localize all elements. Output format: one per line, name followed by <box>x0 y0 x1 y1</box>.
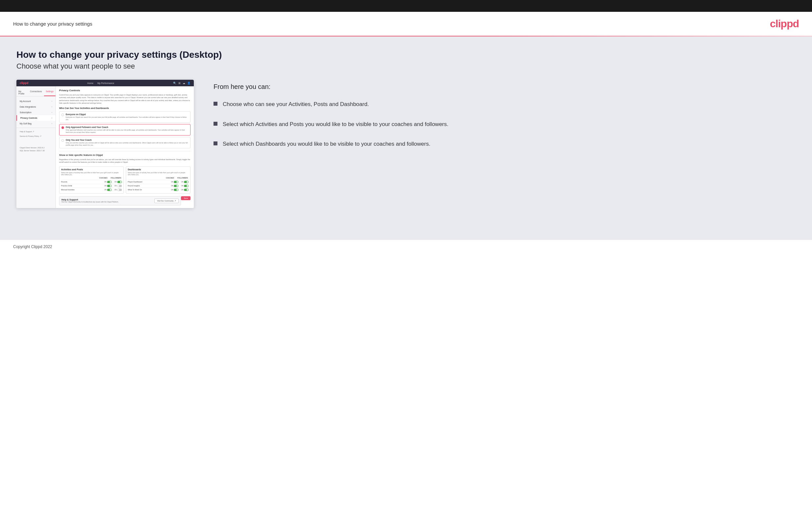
mock-help-section: Help & Support Visit our Clippd communit… <box>59 196 181 206</box>
mock-tab-connections[interactable]: Connections <box>28 89 44 96</box>
mock-help-title: Help & Support <box>61 199 118 201</box>
mock-privacy-description: Control how you and your data appears to… <box>59 94 191 104</box>
mock-radio-circle-coach <box>61 139 64 142</box>
mock-radio-circle-everyone <box>61 114 64 116</box>
mock-radio-followers[interactable]: Only Approved Followers and Your Coach O… <box>59 124 191 135</box>
mock-toggle-section: Activities and Posts Select the types of… <box>59 166 191 193</box>
mock-sidebar-privacy-controls[interactable]: Privacy Controls › <box>16 115 55 121</box>
mock-sidebar-tabs: My Profile Connections Settings <box>16 89 55 97</box>
mock-toggle-workOn-followers[interactable] <box>184 189 189 191</box>
mock-toggle-drills-followers[interactable] <box>117 185 122 187</box>
right-panel: From here you can: Choose who can see yo… <box>207 80 796 160</box>
mock-toggle-playerdash-coaches[interactable] <box>174 181 179 183</box>
mock-main-panel: Privacy Controls Control how you and you… <box>56 86 194 208</box>
page-heading: How to change your privacy settings (Des… <box>16 50 796 60</box>
mock-dashboards-box: Dashboards Select the types of activity … <box>126 166 191 193</box>
screenshot-mockup: clippd Home My Performance 🔍 ⊞ ☁ 👤 My P <box>16 80 194 208</box>
external-link-icon: ↗ <box>174 200 176 202</box>
mock-sidebar-version: Clippd Client Version: 2022.8.2SQL Serve… <box>16 145 55 154</box>
header: How to change your privacy settings clip… <box>0 12 812 36</box>
mock-toggle-playerdash-followers[interactable] <box>184 181 189 183</box>
mock-toggle-row-drills: Practice Drills ON ON <box>61 184 122 188</box>
mock-sidebar-help[interactable]: Help & Support ↗ <box>16 129 55 134</box>
bullet-text-3: Select which Dashboards you would like t… <box>223 140 430 148</box>
mock-nav-performance[interactable]: My Performance <box>97 82 114 84</box>
mock-show-hide-desc: Regardless of the privacy controls that … <box>59 158 191 164</box>
mock-sidebar-privacy-policy[interactable]: Service & Privacy Policy ↗ <box>16 134 55 138</box>
bullet-square-1 <box>213 102 217 106</box>
bullet-text-1: Choose who can see your Activities, Post… <box>223 100 369 109</box>
mock-tab-settings[interactable]: Settings <box>44 89 56 96</box>
mock-sidebar-my-golf-bag[interactable]: My Golf Bag › <box>16 121 55 126</box>
top-bar <box>0 0 812 12</box>
mock-toggle-insights-followers[interactable] <box>184 185 189 187</box>
mock-radio-group: Everyone on Clippd Everyone on Clippd ca… <box>59 111 191 148</box>
logo: clippd <box>770 18 799 30</box>
content-row: clippd Home My Performance 🔍 ⊞ ☁ 👤 My P <box>16 80 796 208</box>
chevron-right-icon: › <box>52 122 52 125</box>
mock-radio-everyone[interactable]: Everyone on Clippd Everyone on Clippd ca… <box>59 111 191 123</box>
mock-toggle-insights-coaches[interactable] <box>174 185 179 187</box>
bullet-list: Choose who can see your Activities, Post… <box>213 100 796 148</box>
mock-nav-links: Home My Performance <box>87 82 114 84</box>
from-here-title: From here you can: <box>213 83 796 91</box>
mock-search-icon[interactable]: 🔍 <box>173 82 176 84</box>
mock-sidebar-subscription[interactable]: Subscription › <box>16 110 55 115</box>
mock-radio-circle-followers <box>61 126 64 129</box>
mock-save-button[interactable]: Save <box>181 196 191 200</box>
mock-toggle-row-what-to-work: What To Work On ON ON <box>128 188 189 192</box>
mock-radio-coach-only[interactable]: Only You and Your Coach Only you and the… <box>59 137 191 148</box>
chevron-right-icon: › <box>52 100 52 102</box>
mock-nav-home[interactable]: Home <box>87 82 94 84</box>
mock-toggle-workOn-coaches[interactable] <box>174 189 179 191</box>
page-subheading: Choose what you want people to see <box>16 62 796 70</box>
mock-toggle-row-player-dash: Player Dashboard ON ON <box>128 180 189 184</box>
footer: Copyright Clippd 2022 <box>0 240 812 253</box>
mock-help-desc: Visit our Clippd community to troublesho… <box>61 201 118 203</box>
mock-grid-icon[interactable]: ⊞ <box>179 82 181 84</box>
mock-body: My Profile Connections Settings My Accou… <box>16 86 194 208</box>
mock-sidebar-data-integrations[interactable]: Data Integrations › <box>16 104 55 110</box>
mock-activities-box: Activities and Posts Select the types of… <box>59 166 124 193</box>
mock-toggle-manual-followers[interactable] <box>117 189 122 191</box>
mock-toggle-manual-coaches[interactable] <box>107 189 112 191</box>
bullet-text-2: Select which Activities and Posts you wo… <box>223 120 448 129</box>
mock-toggle-row-manual: Manual Activities ON ON <box>61 188 122 192</box>
chevron-right-icon: › <box>52 111 52 114</box>
mock-toggle-row-round-insights: Round Insights ON ON <box>128 184 189 188</box>
mock-avatar-icon[interactable]: 👤 <box>187 82 191 84</box>
mock-divider <box>59 151 191 151</box>
main-content: How to change your privacy settings (Des… <box>0 37 812 240</box>
mock-logo: clippd <box>20 81 29 84</box>
mock-toggle-drills-coaches[interactable] <box>107 185 112 187</box>
mock-navbar: clippd Home My Performance 🔍 ⊞ ☁ 👤 <box>16 80 194 86</box>
mock-cloud-icon[interactable]: ☁ <box>183 82 185 84</box>
mock-sidebar: My Profile Connections Settings My Accou… <box>16 86 56 208</box>
chevron-right-icon: › <box>52 106 52 108</box>
bullet-item-1: Choose who can see your Activities, Post… <box>213 100 796 109</box>
mock-sidebar-my-account[interactable]: My Account › <box>16 99 55 104</box>
mock-tab-myprofile[interactable]: My Profile <box>16 89 28 96</box>
bullet-square-3 <box>213 142 217 146</box>
mock-toggle-row-rounds: Rounds ON ON <box>61 180 122 184</box>
bullet-item-2: Select which Activities and Posts you wo… <box>213 120 796 129</box>
mock-sidebar-divider <box>16 128 55 128</box>
mock-toggle-rounds-coaches[interactable] <box>107 181 112 183</box>
mock-toggle-rounds-followers[interactable] <box>117 181 122 183</box>
mock-icons: 🔍 ⊞ ☁ 👤 <box>173 82 191 84</box>
mock-show-hide-title: Show or hide specific features in Clippd <box>59 154 191 156</box>
chevron-right-icon: › <box>52 117 52 119</box>
mock-privacy-controls-title: Privacy Controls <box>59 89 191 92</box>
mock-who-can-see-title: Who Can See Your Activities and Dashboar… <box>59 107 191 109</box>
mock-visit-community-button[interactable]: Visit Our Community ↗ <box>154 199 179 203</box>
bullet-square-2 <box>213 122 217 126</box>
header-title: How to change your privacy settings <box>13 21 92 26</box>
copyright-text: Copyright Clippd 2022 <box>13 244 52 249</box>
bullet-item-3: Select which Dashboards you would like t… <box>213 140 796 148</box>
